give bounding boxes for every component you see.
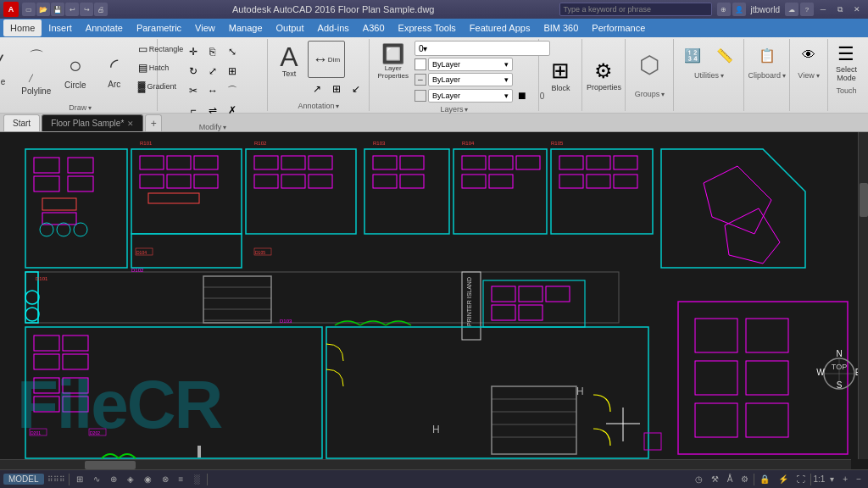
mleader-button[interactable]: ↙ — [347, 80, 365, 98]
new-button[interactable]: ▭ — [22, 3, 36, 16]
chamfer-button[interactable]: ⌐ — [184, 101, 203, 119]
menu-output[interactable]: Output — [270, 19, 311, 36]
menu-insert[interactable]: Insert — [42, 19, 79, 36]
search-bar[interactable]: Type a keyword or phrase — [559, 3, 712, 16]
view-button[interactable]: 👁 — [793, 41, 824, 69]
layer-properties-button[interactable]: 🔲 LayerProperties — [375, 41, 410, 83]
user-icon[interactable]: 👤 — [732, 3, 746, 16]
color-dropdown[interactable]: ByLayer ▾ — [428, 58, 513, 71]
fillet-button[interactable]: ⌒ — [223, 81, 242, 100]
annotation-group-label[interactable]: Annotation ▾ — [298, 102, 339, 110]
rotate-button[interactable]: ↻ — [184, 62, 203, 80]
scale-dropdown[interactable]: ▾ — [826, 472, 837, 487]
mirror-button[interactable]: ⇌ — [203, 101, 222, 119]
trim-button[interactable]: ✂ — [184, 81, 203, 100]
vertical-scrollbar[interactable] — [858, 132, 868, 459]
table-button[interactable]: ⊞ — [327, 80, 346, 98]
dimension-tool-button[interactable]: ↔Dim — [308, 41, 345, 78]
plot-button[interactable]: 🖨 — [94, 3, 108, 16]
menu-featured-apps[interactable]: Featured Apps — [463, 19, 537, 36]
arc-icon: ◜ — [110, 54, 118, 78]
fullscreen-button[interactable]: ⛶ — [793, 472, 809, 487]
calc-button[interactable]: 🔢 — [677, 41, 708, 69]
erase-button[interactable]: ✗ — [223, 101, 242, 119]
menu-addins[interactable]: Add-ins — [311, 19, 356, 36]
svg-rect-109 — [198, 446, 201, 458]
scale-button[interactable]: ⤢ — [203, 62, 222, 80]
layers-group-label[interactable]: Layers ▾ — [440, 105, 468, 114]
ruler-button[interactable]: 📏 — [709, 41, 740, 69]
redo-button[interactable]: ↪ — [80, 3, 93, 16]
restore-button[interactable]: ⧉ — [832, 3, 848, 16]
lineweight-button[interactable]: ≡ — [175, 472, 187, 487]
add-tab-button[interactable]: + — [145, 114, 162, 131]
draw-group-label[interactable]: Draw ▾ — [69, 103, 92, 112]
properties-tool-button[interactable]: ⚙ Properties — [586, 45, 621, 106]
polyline-tool-button[interactable]: ⌒╱ Polyline — [18, 41, 55, 102]
stretch-button[interactable]: ⤡ — [223, 42, 242, 61]
menu-parametric[interactable]: Parametric — [130, 19, 188, 36]
menu-annotate[interactable]: Annotate — [79, 19, 130, 36]
notation-button[interactable]: Å — [724, 472, 737, 487]
paste-button[interactable]: 📋 — [752, 41, 782, 69]
groups-tool-button[interactable]: ⬡ — [631, 41, 668, 88]
menu-view[interactable]: View — [188, 19, 222, 36]
workspace-button[interactable]: ⚙ — [737, 472, 752, 487]
arc-tool-button[interactable]: ◜ Arc — [96, 41, 133, 102]
close-button[interactable]: ✕ — [849, 3, 865, 16]
canvas-area[interactable]: [-][Top][2D Wireframe] — [0, 132, 868, 469]
block-tool-button[interactable]: ⊞ Block — [542, 45, 578, 106]
text-tool-button[interactable]: A Text — [272, 41, 306, 88]
open-button[interactable]: 📂 — [36, 3, 50, 16]
select-mode-section: ☰ SelectMode Touch — [828, 39, 865, 111]
save-button[interactable]: 💾 — [51, 3, 64, 16]
isolate-button[interactable]: ◷ — [692, 472, 706, 487]
linetype-dropdown[interactable]: ByLayer ▾ — [428, 73, 513, 86]
layer-dropdown[interactable]: 0 ▾ — [415, 41, 550, 56]
touch-text: Touch — [836, 86, 856, 95]
array-button[interactable]: ⊞ — [223, 62, 242, 80]
layer-dropdown-arrow: ▾ — [423, 44, 427, 53]
ortho-button[interactable]: ⊕ — [107, 472, 120, 487]
start-tab[interactable]: Start — [3, 114, 40, 131]
snap-button[interactable]: ⊞ — [73, 472, 86, 487]
otrack-button[interactable]: ⊗ — [159, 472, 172, 487]
line-tool-button[interactable]: ╱ Line — [0, 41, 16, 102]
lock-button[interactable]: 🔒 — [756, 472, 773, 487]
leader-button[interactable]: ↗ — [308, 80, 326, 98]
move-button[interactable]: ✛ — [184, 42, 203, 61]
floor-plan-tab-close[interactable]: ✕ — [127, 119, 134, 128]
menu-home[interactable]: Home — [3, 19, 42, 36]
sync-icon[interactable]: ☁ — [785, 3, 798, 16]
floor-plan-tab[interactable]: Floor Plan Sample* ✕ — [42, 114, 143, 131]
lineweight-dropdown[interactable]: ByLayer ▾ — [428, 89, 513, 103]
view-tools: 👁 — [793, 41, 824, 69]
hardware-accel-button[interactable]: ⚡ — [775, 472, 792, 487]
menu-bim360[interactable]: BIM 360 — [537, 19, 585, 36]
menu-express-tools[interactable]: Express Tools — [392, 19, 463, 36]
model-tab-button[interactable]: MODEL — [3, 474, 44, 485]
help-icon[interactable]: ? — [800, 3, 814, 16]
menu-performance[interactable]: Performance — [585, 19, 652, 36]
color-swatch[interactable] — [415, 58, 426, 70]
tabbar: Start Floor Plan Sample* ✕ + — [0, 114, 868, 132]
menu-a360[interactable]: A360 — [356, 19, 392, 36]
horizontal-scrollbar[interactable] — [0, 459, 851, 469]
zoom-out-button[interactable]: − — [853, 472, 865, 487]
view-text: View — [798, 71, 814, 80]
svg-text:D103: D103 — [280, 319, 292, 324]
grid-button[interactable]: ∿ — [90, 472, 103, 487]
modify-group-label[interactable]: Modify ▾ — [199, 123, 227, 131]
circle-tool-button[interactable]: ○ Circle — [57, 41, 94, 102]
annotscale-button[interactable]: ⚒ — [708, 472, 722, 487]
minimize-button[interactable]: ─ — [815, 3, 831, 16]
polar-button[interactable]: ◈ — [124, 472, 137, 487]
undo-button[interactable]: ↩ — [65, 3, 79, 16]
copy-button[interactable]: ⎘ — [203, 42, 222, 61]
select-mode-button[interactable]: ☰ SelectMode — [832, 41, 861, 85]
osnap-button[interactable]: ◉ — [141, 472, 155, 487]
transparency-button[interactable]: ░ — [190, 472, 203, 487]
zoom-in-button[interactable]: + — [839, 472, 851, 487]
menu-manage[interactable]: Manage — [222, 19, 270, 36]
extend-button[interactable]: ↔ — [203, 81, 222, 100]
